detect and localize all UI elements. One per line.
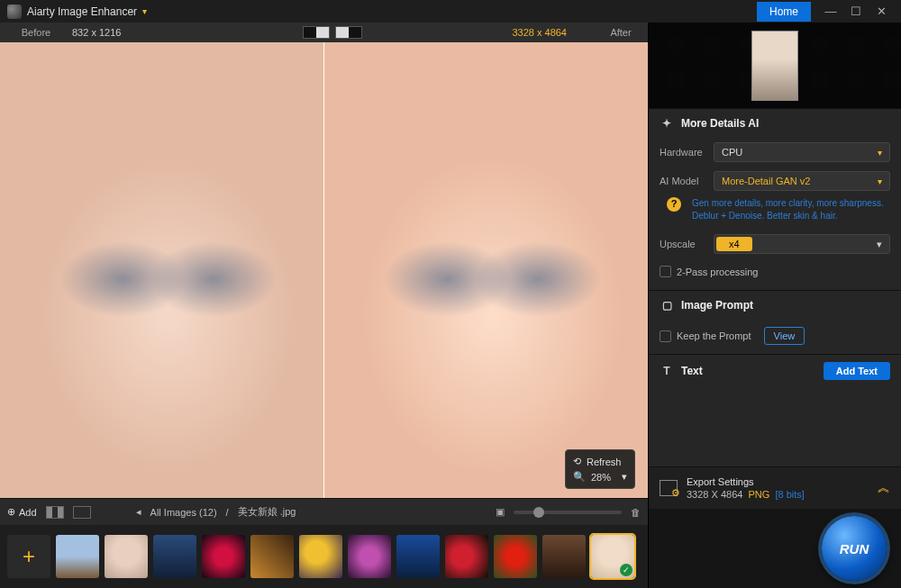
mini-thumb (751, 31, 798, 101)
split-view-toggle[interactable] (303, 26, 362, 39)
zoom-control[interactable]: 🔍28%▾ (573, 469, 627, 484)
keep-prompt-checkbox[interactable] (660, 330, 671, 342)
breadcrumb-all[interactable]: All Images (12) (150, 507, 217, 518)
thumbnail[interactable] (396, 535, 440, 578)
magnifier-icon: 🔍 (573, 471, 586, 483)
text-icon: T (660, 364, 674, 378)
two-pass-row[interactable]: 2-Pass processing (649, 258, 901, 290)
hardware-select[interactable]: CPU▾ (714, 142, 890, 162)
chevron-down-icon: ▾ (622, 471, 627, 483)
export-dim: 3328 X 4864 (687, 489, 742, 500)
minimize-button[interactable]: — (818, 3, 843, 21)
two-pass-checkbox[interactable] (660, 266, 671, 277)
run-button[interactable]: RUN (822, 516, 887, 581)
compare-icon[interactable]: ▣ (496, 506, 505, 518)
maximize-button[interactable]: ☐ (843, 3, 869, 21)
preview-after (324, 42, 648, 498)
thumbnail-selected[interactable]: ✓ (591, 535, 634, 578)
keep-prompt-label: Keep the Prompt (677, 330, 751, 341)
refresh-label: Refresh (587, 457, 622, 467)
thumbnail[interactable] (105, 535, 148, 578)
check-icon: ✓ (620, 564, 633, 576)
model-value: More-Detail GAN v2 (722, 176, 810, 186)
list-view-button[interactable] (73, 506, 91, 519)
upscale-select[interactable]: x4▾ (714, 234, 890, 254)
run-area: RUN (649, 509, 901, 588)
add-image-button[interactable]: ⊕Add (7, 506, 37, 518)
add-text-button[interactable]: Add Text (824, 362, 890, 380)
text-header: T Text Add Text (649, 354, 901, 387)
hardware-label: Hardware (660, 147, 705, 158)
refresh-button[interactable]: ⟲Refresh (573, 454, 627, 469)
thumbnail[interactable] (445, 535, 488, 578)
app-menu-chevron-icon[interactable]: ▾ (142, 6, 147, 16)
thumbnail[interactable] (56, 535, 99, 578)
zoom-value: 28% (591, 472, 611, 483)
breadcrumb-file: 美女新娘 .jpg (238, 505, 296, 519)
more-details-header: ✦ More Details AI (649, 108, 901, 138)
thumbnail-strip: + ✓ (0, 525, 648, 588)
text-title: Text (681, 365, 703, 377)
thumbnail[interactable] (202, 535, 245, 578)
titlebar: Aiarty Image Enhancer ▾ Home — ☐ ✕ (0, 0, 901, 23)
app-logo-icon (7, 5, 22, 19)
thumbnail[interactable] (153, 535, 196, 578)
model-select[interactable]: More-Detail GAN v2▾ (714, 171, 890, 191)
upscale-label: Upscale (660, 239, 705, 249)
chevron-down-icon: ▾ (878, 148, 882, 158)
mini-preview[interactable] (649, 23, 901, 108)
image-prompt-title: Image Prompt (681, 299, 753, 312)
app-title: Aiarty Image Enhancer (27, 5, 137, 18)
thumbnail[interactable] (250, 535, 294, 578)
more-details-title: More Details AI (681, 117, 759, 130)
right-panel: ✦ More Details AI Hardware CPU▾ AI Model… (649, 23, 901, 588)
before-label: Before (0, 27, 72, 38)
keep-prompt-row: Keep the Prompt View (649, 320, 901, 354)
help-icon[interactable]: ? (667, 197, 681, 212)
home-button[interactable]: Home (757, 2, 811, 22)
export-gear-icon (660, 480, 678, 496)
export-settings-row[interactable]: Export Settings 3328 X 4864 PNG [8 bits]… (649, 466, 901, 509)
add-label: Add (19, 507, 37, 518)
grid-view-button[interactable] (46, 506, 64, 519)
export-title: Export Settings (687, 476, 805, 487)
expand-icon[interactable]: ︽ (878, 480, 890, 496)
thumb-size-slider[interactable] (514, 511, 622, 514)
sparkle-icon: ✦ (660, 116, 674, 131)
upscale-value: x4 (716, 237, 752, 251)
after-label: After (594, 27, 648, 38)
preview-before (0, 42, 323, 498)
chevron-down-icon: ▾ (877, 239, 882, 250)
plus-icon: ⊕ (7, 506, 15, 518)
thumbnail[interactable] (542, 535, 586, 578)
upscale-row: Upscale x4▾ (649, 230, 901, 258)
delete-button[interactable]: 🗑 (631, 507, 641, 518)
hardware-value: CPU (722, 147, 742, 158)
output-dimensions: 3328 x 4864 (512, 27, 567, 38)
chevron-down-icon: ▾ (878, 176, 882, 186)
export-info: Export Settings 3328 X 4864 PNG [8 bits] (687, 476, 805, 500)
thumbnail[interactable] (299, 535, 342, 578)
thumbnail[interactable] (348, 535, 391, 578)
thumbnail[interactable] (494, 535, 537, 578)
hardware-row: Hardware CPU▾ (649, 138, 901, 167)
close-button[interactable]: ✕ (869, 3, 894, 21)
left-panel: Before 832 x 1216 3328 x 4864 After ⟲Ref… (0, 23, 649, 588)
breadcrumb-sep: / (226, 507, 229, 518)
two-pass-label: 2-Pass processing (677, 267, 759, 277)
model-desc-text: Gen more details, more clarity, more sha… (692, 198, 884, 221)
export-bits: [8 bits] (775, 489, 804, 500)
add-thumb-button[interactable]: + (7, 535, 50, 578)
source-dimensions: 832 x 1216 (72, 27, 153, 38)
preview-area[interactable]: ⟲Refresh 🔍28%▾ (0, 42, 648, 498)
run-label: RUN (840, 541, 869, 556)
model-description: ? Gen more details, more clarity, more s… (649, 195, 901, 230)
view-prompt-button[interactable]: View (764, 327, 805, 345)
image-icon: ▢ (660, 298, 674, 312)
model-row: AI Model More-Detail GAN v2▾ (649, 167, 901, 195)
zoom-panel: ⟲Refresh 🔍28%▾ (565, 449, 635, 489)
preview-header: Before 832 x 1216 3328 x 4864 After (0, 23, 648, 42)
image-prompt-header: ▢ Image Prompt (649, 290, 901, 320)
prev-image-button[interactable]: ◂ (136, 506, 141, 518)
bottom-toolbar: ⊕Add ◂ All Images (12) / 美女新娘 .jpg ▣ 🗑 (0, 498, 648, 525)
